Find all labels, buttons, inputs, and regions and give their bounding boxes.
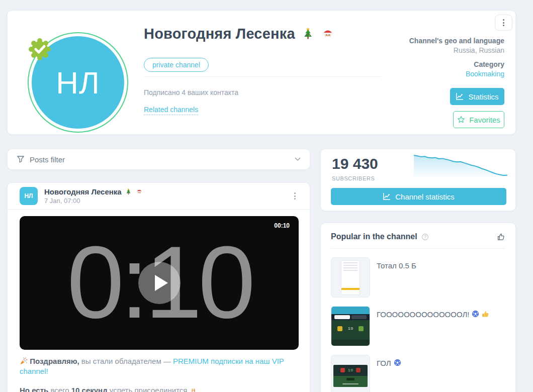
soccer-ball-icon [472, 310, 479, 318]
line2-text-2: успеть присоединится [108, 386, 190, 392]
subscribers-card: 19 430 SUBSCRIBERS Channel statistics [320, 149, 516, 211]
thumbnail-mock-betslip [341, 260, 360, 295]
play-icon [155, 275, 168, 291]
christmas-tree-icon [301, 27, 315, 41]
subscribers-label: SUBSCRIBERS [332, 175, 375, 181]
chevron-down-icon [295, 157, 301, 161]
popular-item-thumbnail [331, 257, 370, 298]
posts-filter[interactable]: Posts filter [7, 149, 310, 170]
folded-hands-icon [190, 386, 197, 392]
statistics-button-label: Statistics [468, 92, 498, 101]
santa-claus-icon [135, 188, 143, 196]
dots-vertical-icon [503, 19, 504, 26]
popular-item[interactable]: 1:0 ГООООООООООООООЛ! [331, 306, 505, 346]
line-chart-icon [383, 192, 391, 201]
popular-item[interactable]: Тотал 0.5 Б [331, 257, 505, 298]
line-chart-icon [456, 92, 464, 101]
santa-claus-icon [321, 27, 335, 41]
post-text: Поздравляю, вы стали обладателем — PREMI… [8, 350, 310, 392]
post-divider [8, 209, 310, 210]
verified-badge-icon [29, 38, 51, 60]
popular-card: Popular in the channel Тотал 0.5 Б 1:0 Г… [320, 223, 516, 392]
post-text-line-1: Поздравляю, вы стали обладателем — PREMI… [20, 356, 298, 376]
channel-statistics-button[interactable]: Channel statistics [331, 188, 506, 205]
post-header: НЛ Новогодняя Лесенка 7 Jan, 07:00 [8, 183, 310, 209]
line2-bold-1: Но есть [20, 386, 48, 392]
congrats-rest: вы стали обладателем — [79, 357, 173, 365]
subscribers-sparkline [413, 153, 508, 179]
popular-divider [331, 248, 505, 249]
video-thumbnail[interactable]: 0:10 00:10 [20, 216, 299, 350]
channel-header-card: НЛ Новогодняя Лесенка private channel По… [7, 10, 516, 135]
popular-title: Popular in the channel [331, 232, 417, 241]
header-divider [144, 76, 381, 77]
popular-item-label: ГОЛ [377, 359, 391, 368]
soccer-ball-icon [394, 359, 401, 366]
category-link[interactable]: Bookmaking [466, 70, 504, 78]
play-button[interactable] [138, 262, 181, 304]
private-channel-badge: private channel [144, 58, 209, 72]
thumbs-up-outline-icon[interactable] [497, 233, 505, 241]
statistics-button[interactable]: Statistics [450, 88, 504, 105]
geo-language-label: Channel's geo and language [409, 37, 504, 45]
post-text-line-2: Но есть всего 10 секунд успеть присоедин… [20, 385, 298, 392]
post-card: НЛ Новогодняя Лесенка 7 Jan, 07:00 0:10 … [7, 182, 310, 392]
channel-statistics-label: Channel statistics [395, 192, 455, 201]
congrats-bold: Поздравляю, [30, 357, 79, 365]
thumbnail-mock-match-screen: 1:0 [331, 307, 370, 346]
category-label: Category [474, 60, 504, 68]
popular-item-thumbnail: 1:0 [331, 355, 370, 392]
channel-avatar: НЛ [28, 32, 128, 133]
post-channel-name: Новогодняя Лесенка [44, 187, 122, 196]
star-icon [457, 116, 465, 124]
popular-item-label: ГООООООООООООООЛ! [377, 310, 469, 319]
posts-filter-label: Posts filter [30, 155, 65, 164]
geo-language-value: Russia, Russian [454, 46, 504, 54]
question-circle-icon[interactable] [421, 233, 429, 241]
favorites-button-label: Favorites [469, 116, 500, 124]
popular-item[interactable]: 1:0 ГОЛ [331, 355, 505, 392]
post-avatar: НЛ [20, 187, 38, 205]
popular-item-label: Тотал 0.5 Б [377, 261, 416, 270]
line2-text-1: всего [48, 386, 71, 392]
christmas-tree-icon [125, 188, 132, 195]
thumbs-up-icon [482, 310, 490, 318]
popular-item-thumbnail: 1:0 [331, 306, 370, 346]
thumbnail-mock-score-card: 1:0 [333, 365, 368, 387]
header-menu-button[interactable] [495, 15, 512, 31]
funnel-icon [17, 155, 25, 163]
related-channels-link[interactable]: Related channels [144, 106, 198, 115]
video-duration-badge: 00:10 [270, 221, 294, 231]
post-date: 7 Jan, 07:00 [44, 197, 143, 205]
line2-bold-2: 10 секунд [71, 386, 108, 392]
channel-title: Новогодняя Лесенка [144, 26, 295, 42]
dots-vertical-icon [294, 192, 296, 200]
party-popper-icon [20, 357, 28, 365]
contacts-note: Подписано 4 ваших контакта [144, 88, 238, 96]
subscribers-count: 19 430 [332, 155, 378, 172]
favorites-button[interactable]: Favorites [453, 111, 504, 128]
post-menu-button[interactable] [292, 190, 298, 202]
